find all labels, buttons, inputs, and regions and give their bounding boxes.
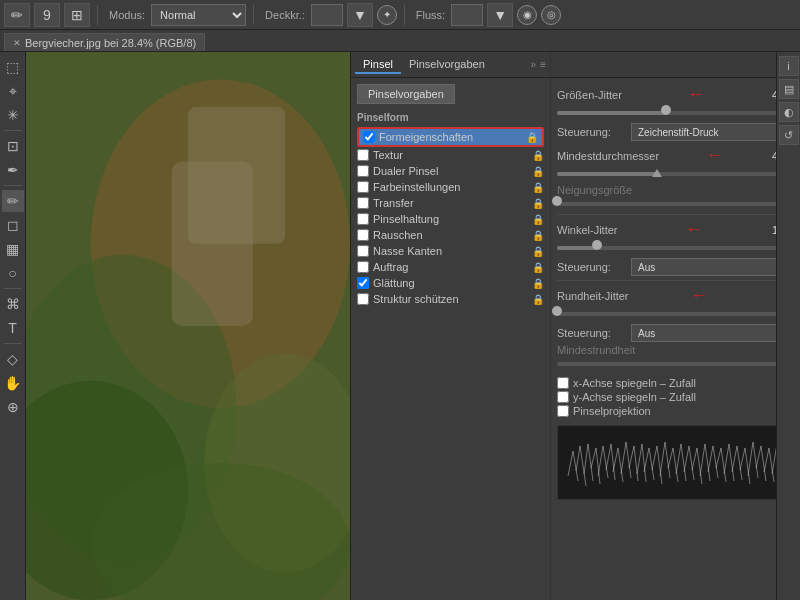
check-dualer[interactable]: [357, 165, 369, 177]
check-glaettung[interactable]: [357, 277, 369, 289]
svg-line-44: [708, 446, 713, 472]
svg-line-34: [668, 448, 673, 468]
item-struktur-schuetzen[interactable]: Struktur schützen 🔒: [357, 291, 544, 307]
eyedropper-tool[interactable]: ✒: [2, 159, 24, 181]
extra-btn[interactable]: ◎: [541, 5, 561, 25]
tab-pinsel[interactable]: Pinsel: [355, 56, 401, 74]
slider-thumb-neigung[interactable]: [552, 196, 562, 206]
brush-options-btn[interactable]: ⊞: [64, 3, 90, 27]
svg-line-55: [753, 442, 758, 478]
svg-line-39: [689, 446, 694, 480]
deckkr-input[interactable]: 100%: [311, 4, 343, 26]
slider-thumb-groessen[interactable]: [661, 105, 671, 115]
svg-line-48: [724, 444, 729, 474]
rundheit-slider[interactable]: [557, 309, 794, 319]
zoom-tool[interactable]: ⊕: [2, 396, 24, 418]
tab-pinselvorgaben[interactable]: Pinselvorgaben: [401, 56, 493, 74]
item-struktur-label: Struktur schützen: [373, 293, 459, 305]
tool-icon-btn[interactable]: ✏: [4, 3, 30, 27]
panel-menu-icon[interactable]: ≡: [540, 59, 546, 70]
check-farb[interactable]: [357, 181, 369, 193]
rsb-info-btn[interactable]: i: [779, 56, 799, 76]
item-formeigenschaften[interactable]: Formeigenschaften 🔒: [357, 127, 544, 147]
check-rauschen[interactable]: [357, 229, 369, 241]
lock-textur: 🔒: [532, 150, 544, 161]
airbrush-btn[interactable]: ✦: [377, 5, 397, 25]
check-pinselhaltung[interactable]: [357, 213, 369, 225]
item-rauschen[interactable]: Rauschen 🔒: [357, 227, 544, 243]
check-textur[interactable]: [357, 149, 369, 161]
check-transfer[interactable]: [357, 197, 369, 209]
mindest-slider[interactable]: [557, 169, 794, 179]
steuerung3-select[interactable]: Aus Zeichenstift-Druck: [631, 324, 794, 342]
slider-fill-groessen: [557, 111, 666, 115]
steuerung3-label: Steuerung:: [557, 327, 627, 339]
tablet-btn[interactable]: ◉: [517, 5, 537, 25]
slider-thumb-rundheit[interactable]: [552, 306, 562, 316]
item-pinselhaltung[interactable]: Pinselhaltung 🔒: [357, 211, 544, 227]
item-dualer-pinsel[interactable]: Dualer Pinsel 🔒: [357, 163, 544, 179]
check-x-achse[interactable]: [557, 377, 569, 389]
magic-wand-tool[interactable]: ✳: [2, 104, 24, 126]
item-transfer[interactable]: Transfer 🔒: [357, 195, 544, 211]
pen-tool[interactable]: ⌘: [2, 293, 24, 315]
slider-thumb-mindest[interactable]: [652, 169, 662, 177]
steuerung2-label: Steuerung:: [557, 261, 627, 273]
check-y-achse[interactable]: [557, 391, 569, 403]
item-auftrag[interactable]: Auftrag 🔒: [357, 259, 544, 275]
svg-line-27: [642, 444, 646, 482]
rsb-layer-btn[interactable]: ▤: [779, 79, 799, 99]
item-nasse-kanten[interactable]: Nasse Kanten 🔒: [357, 243, 544, 259]
modus-select[interactable]: Normal Multiplizieren Abwedeln: [151, 4, 246, 26]
neigung-label: Neigungsgröße: [557, 184, 632, 196]
lasso-tool[interactable]: ⌖: [2, 80, 24, 102]
panel-tab-icons: » ≡: [531, 59, 546, 70]
brush-tool[interactable]: ✏: [2, 190, 24, 212]
pinselprojektion-label: Pinselprojektion: [573, 405, 651, 417]
selection-tool[interactable]: ⬚: [2, 56, 24, 78]
text-tool[interactable]: T: [2, 317, 24, 339]
steuerung2-select[interactable]: Aus Zeichenstift-Druck: [631, 258, 794, 276]
eraser-tool[interactable]: ◻: [2, 214, 24, 236]
preset-button[interactable]: Pinselvorgaben: [357, 84, 455, 104]
gradient-tool[interactable]: ▦: [2, 238, 24, 260]
slider-track-rundheit: [557, 312, 794, 316]
item-textur[interactable]: Textur 🔒: [357, 147, 544, 163]
item-glaettung[interactable]: Glättung 🔒: [357, 275, 544, 291]
tool-sep-4: [4, 343, 22, 344]
rsb-color-btn[interactable]: ◐: [779, 102, 799, 122]
brush-size-btn[interactable]: 9: [34, 3, 60, 27]
document-tab[interactable]: ✕ Bergviecher.jpg bei 28.4% (RGB/8): [4, 33, 205, 51]
groessen-jitter-slider[interactable]: [557, 108, 794, 118]
hand-tool[interactable]: ✋: [2, 372, 24, 394]
svg-line-31: [657, 446, 662, 484]
fluss-input[interactable]: 100%: [451, 4, 483, 26]
x-achse-label: x-Achse spiegeln – Zufall: [573, 377, 696, 389]
dodge-tool[interactable]: ○: [2, 262, 24, 284]
shape-tool[interactable]: ◇: [2, 348, 24, 370]
winkel-slider[interactable]: [557, 243, 794, 253]
tab-close[interactable]: ✕: [13, 38, 21, 48]
panel-expand-icon[interactable]: »: [531, 59, 537, 70]
item-pinselhaltung-label: Pinselhaltung: [373, 213, 439, 225]
winkel-jitter-row: Winkel-Jitter ← 17%: [557, 219, 794, 240]
svg-line-38: [684, 446, 689, 472]
neigung-slider[interactable]: [557, 199, 794, 209]
slider-thumb-winkel[interactable]: [592, 240, 602, 250]
item-dualer-label: Dualer Pinsel: [373, 165, 438, 177]
check-formeigenschaften[interactable]: [363, 131, 375, 143]
check-struktur[interactable]: [357, 293, 369, 305]
steuerung1-select[interactable]: Zeichenstift-Druck Aus: [631, 123, 794, 141]
check-auftrag[interactable]: [357, 261, 369, 273]
deckkr-arrow[interactable]: ▼: [347, 3, 373, 27]
rsb-history-btn[interactable]: ↺: [779, 125, 799, 145]
svg-line-9: [573, 451, 578, 481]
svg-line-46: [716, 448, 721, 468]
modus-label: Modus:: [109, 9, 145, 21]
fluss-arrow[interactable]: ▼: [487, 3, 513, 27]
item-farbeinstellungen[interactable]: Farbeinstellungen 🔒: [357, 179, 544, 195]
mindestrundheit-slider[interactable]: [557, 359, 794, 369]
check-pinselprojektion[interactable]: [557, 405, 569, 417]
check-nasse[interactable]: [357, 245, 369, 257]
crop-tool[interactable]: ⊡: [2, 135, 24, 157]
